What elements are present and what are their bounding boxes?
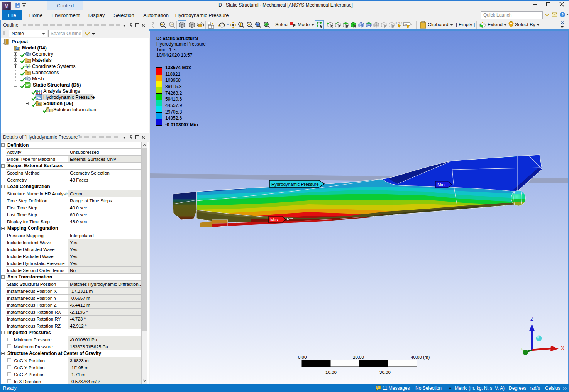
svg-text:0.00: 0.00 — [298, 355, 307, 360]
svg-text:Max: Max — [270, 217, 279, 222]
svg-text:?: ? — [561, 13, 564, 17]
svg-text:Min: Min — [437, 182, 445, 187]
svg-text:Z: Z — [530, 316, 533, 322]
svg-text:Hydrodynamic Pressure: Hydrodynamic Pressure — [271, 182, 319, 187]
svg-text:10.00: 10.00 — [325, 370, 337, 375]
svg-text:20.00: 20.00 — [353, 355, 364, 360]
svg-text:X: X — [561, 345, 564, 351]
svg-text:30.00: 30.00 — [379, 370, 391, 375]
svg-text:40.00 (m): 40.00 (m) — [411, 355, 430, 360]
svg-text:HD: HD — [36, 96, 41, 100]
